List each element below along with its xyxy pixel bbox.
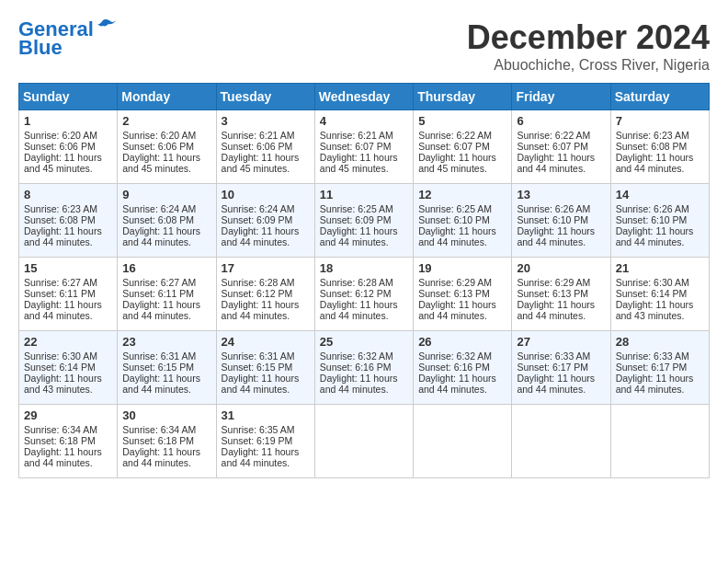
sunrise-text: Sunrise: 6:30 AM (24, 350, 97, 362)
sunset-text: Sunset: 6:12 PM (222, 288, 293, 299)
sunset-text: Sunset: 6:14 PM (616, 288, 688, 299)
day-number: 15 (24, 261, 112, 275)
sunrise-text: Sunrise: 6:27 AM (122, 277, 196, 288)
calendar-cell: 19Sunrise: 6:29 AMSunset: 6:13 PMDayligh… (414, 258, 512, 331)
sunset-text: Sunset: 6:07 PM (418, 141, 490, 152)
sunrise-text: Sunrise: 6:30 AM (616, 277, 689, 288)
page-subtitle: Abuochiche, Cross River, Nigeria (467, 57, 710, 74)
day-number: 28 (616, 335, 704, 349)
day-number: 19 (418, 261, 506, 275)
day-number: 24 (222, 335, 310, 349)
calendar-cell: 13Sunrise: 6:26 AMSunset: 6:10 PMDayligh… (512, 184, 610, 258)
calendar-week-row: 15Sunrise: 6:27 AMSunset: 6:11 PMDayligh… (19, 258, 710, 331)
sunrise-text: Sunrise: 6:20 AM (122, 130, 196, 141)
calendar-cell: 27Sunrise: 6:33 AMSunset: 6:17 PMDayligh… (512, 331, 610, 405)
sunrise-text: Sunrise: 6:31 AM (122, 350, 196, 362)
calendar-cell: 23Sunrise: 6:31 AMSunset: 6:15 PMDayligh… (118, 331, 216, 405)
daylight-label: Daylight: 11 hours and 44 minutes. (24, 299, 102, 321)
daylight-label: Daylight: 11 hours and 44 minutes. (517, 152, 595, 174)
calendar-cell: 3Sunrise: 6:21 AMSunset: 6:06 PMDaylight… (216, 110, 314, 184)
calendar-cell: 18Sunrise: 6:28 AMSunset: 6:12 PMDayligh… (314, 258, 413, 331)
sunrise-text: Sunrise: 6:29 AM (418, 277, 492, 288)
sunset-text: Sunset: 6:13 PM (517, 288, 588, 299)
sunrise-text: Sunrise: 6:33 AM (517, 350, 590, 362)
calendar-cell: 8Sunrise: 6:23 AMSunset: 6:08 PMDaylight… (19, 184, 118, 258)
day-number: 10 (222, 188, 310, 201)
sunset-text: Sunset: 6:18 PM (122, 435, 194, 446)
sunrise-text: Sunrise: 6:28 AM (222, 277, 295, 288)
daylight-label: Daylight: 11 hours and 44 minutes. (222, 225, 300, 247)
sunset-text: Sunset: 6:08 PM (24, 214, 96, 225)
daylight-label: Daylight: 11 hours and 45 minutes. (24, 152, 102, 174)
day-number: 22 (24, 335, 112, 349)
sunrise-text: Sunrise: 6:28 AM (320, 277, 393, 288)
sunset-text: Sunset: 6:08 PM (122, 214, 194, 225)
logo-text-blue: Blue (18, 37, 63, 59)
calendar-cell (314, 405, 413, 478)
day-number: 18 (320, 261, 408, 275)
daylight-label: Daylight: 11 hours and 44 minutes. (222, 446, 300, 468)
day-number: 23 (122, 335, 210, 349)
daylight-label: Daylight: 11 hours and 45 minutes. (320, 152, 398, 174)
sunset-text: Sunset: 6:19 PM (222, 435, 293, 446)
daylight-label: Daylight: 11 hours and 44 minutes. (122, 299, 200, 321)
sunset-text: Sunset: 6:06 PM (24, 141, 96, 152)
sunrise-text: Sunrise: 6:33 AM (616, 350, 689, 362)
header-friday: Friday (512, 84, 610, 110)
sunrise-text: Sunrise: 6:27 AM (24, 277, 97, 288)
calendar-cell: 28Sunrise: 6:33 AMSunset: 6:17 PMDayligh… (610, 331, 709, 405)
calendar-week-row: 1Sunrise: 6:20 AMSunset: 6:06 PMDaylight… (19, 110, 710, 184)
sunset-text: Sunset: 6:07 PM (517, 141, 588, 152)
sunrise-text: Sunrise: 6:24 AM (122, 203, 196, 214)
calendar-cell: 16Sunrise: 6:27 AMSunset: 6:11 PMDayligh… (118, 258, 216, 331)
daylight-label: Daylight: 11 hours and 44 minutes. (616, 152, 694, 174)
daylight-label: Daylight: 11 hours and 44 minutes. (222, 373, 300, 395)
daylight-label: Daylight: 11 hours and 44 minutes. (122, 446, 200, 468)
sunset-text: Sunset: 6:09 PM (222, 214, 293, 225)
sunset-text: Sunset: 6:13 PM (418, 288, 490, 299)
daylight-label: Daylight: 11 hours and 44 minutes. (616, 225, 694, 247)
daylight-label: Daylight: 11 hours and 43 minutes. (24, 373, 102, 395)
day-number: 3 (222, 114, 310, 128)
day-number: 26 (418, 335, 506, 349)
daylight-label: Daylight: 11 hours and 45 minutes. (122, 152, 200, 174)
day-number: 29 (24, 408, 112, 422)
sunrise-text: Sunrise: 6:20 AM (24, 130, 97, 141)
calendar-cell: 1Sunrise: 6:20 AMSunset: 6:06 PMDaylight… (19, 110, 118, 184)
header-wednesday: Wednesday (314, 84, 413, 110)
sunrise-text: Sunrise: 6:26 AM (616, 203, 689, 214)
sunset-text: Sunset: 6:06 PM (122, 141, 194, 152)
daylight-label: Daylight: 11 hours and 44 minutes. (418, 299, 496, 321)
calendar-cell: 15Sunrise: 6:27 AMSunset: 6:11 PMDayligh… (19, 258, 118, 331)
daylight-label: Daylight: 11 hours and 44 minutes. (517, 299, 595, 321)
sunset-text: Sunset: 6:15 PM (122, 362, 194, 373)
calendar-cell: 11Sunrise: 6:25 AMSunset: 6:09 PMDayligh… (314, 184, 413, 258)
calendar-cell: 24Sunrise: 6:31 AMSunset: 6:15 PMDayligh… (216, 331, 314, 405)
logo: General Blue (18, 18, 116, 59)
sunset-text: Sunset: 6:08 PM (616, 141, 688, 152)
daylight-label: Daylight: 11 hours and 44 minutes. (320, 225, 398, 247)
calendar-week-row: 29Sunrise: 6:34 AMSunset: 6:18 PMDayligh… (19, 405, 710, 478)
day-number: 2 (122, 114, 210, 128)
calendar-cell: 5Sunrise: 6:22 AMSunset: 6:07 PMDaylight… (414, 110, 512, 184)
day-number: 9 (122, 188, 210, 201)
calendar-cell: 29Sunrise: 6:34 AMSunset: 6:18 PMDayligh… (19, 405, 118, 478)
sunrise-text: Sunrise: 6:29 AM (517, 277, 590, 288)
sunrise-text: Sunrise: 6:31 AM (222, 350, 295, 362)
calendar-cell: 9Sunrise: 6:24 AMSunset: 6:08 PMDaylight… (118, 184, 216, 258)
sunrise-text: Sunrise: 6:34 AM (122, 424, 196, 435)
sunrise-text: Sunrise: 6:25 AM (320, 203, 393, 214)
calendar-cell: 26Sunrise: 6:32 AMSunset: 6:16 PMDayligh… (414, 331, 512, 405)
day-number: 12 (418, 188, 506, 201)
daylight-label: Daylight: 11 hours and 44 minutes. (616, 373, 694, 395)
logo-bird-icon (96, 18, 116, 35)
day-number: 17 (222, 261, 310, 275)
sunset-text: Sunset: 6:15 PM (222, 362, 293, 373)
sunset-text: Sunset: 6:14 PM (24, 362, 96, 373)
calendar-cell (512, 405, 610, 478)
sunrise-text: Sunrise: 6:22 AM (418, 130, 492, 141)
day-number: 14 (616, 188, 704, 201)
daylight-label: Daylight: 11 hours and 44 minutes. (517, 225, 595, 247)
sunset-text: Sunset: 6:18 PM (24, 435, 96, 446)
sunset-text: Sunset: 6:16 PM (418, 362, 490, 373)
